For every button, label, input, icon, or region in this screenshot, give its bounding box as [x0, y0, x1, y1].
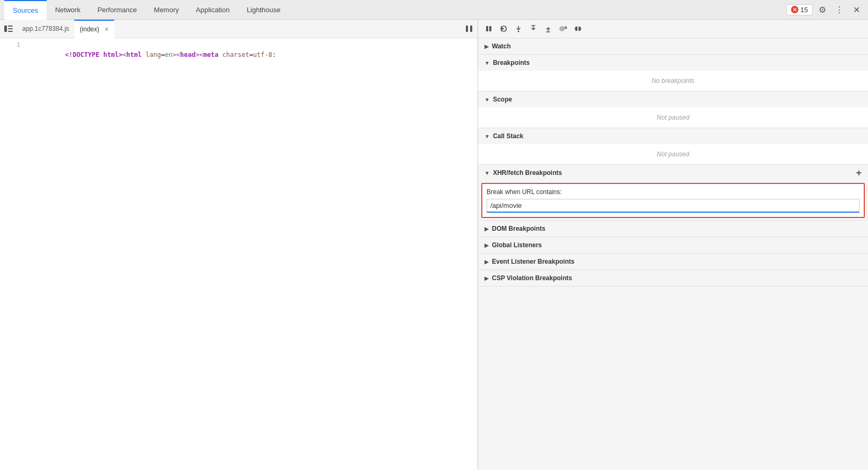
watch-triangle-icon: ▶	[484, 44, 489, 49]
svg-rect-6	[486, 26, 488, 31]
svg-rect-3	[8, 31, 13, 32]
file-tab-index[interactable]: (index) ✕	[74, 20, 114, 38]
error-count: 15	[801, 6, 808, 14]
more-button[interactable]: ⋮	[832, 2, 847, 17]
event-listener-triangle-icon: ▶	[484, 259, 489, 265]
svg-rect-1	[8, 26, 13, 27]
scope-empty: Not paused	[478, 107, 868, 128]
svg-rect-7	[489, 26, 491, 31]
main-layout: app.1c778384.js (index) ✕ 1 <!DOC	[0, 20, 868, 470]
section-watch: ▶ Watch	[478, 38, 868, 55]
section-dom: ▶ DOM Breakpoints	[478, 221, 868, 237]
breakpoints-label: Breakpoints	[493, 59, 530, 66]
resume-button[interactable]	[497, 22, 510, 35]
global-triangle-icon: ▶	[484, 242, 489, 248]
tab-application[interactable]: Application	[188, 0, 239, 20]
global-label: Global Listeners	[492, 241, 542, 249]
callstack-triangle-icon: ▼	[484, 133, 490, 139]
debugger-toolbar	[478, 20, 868, 38]
section-watch-header[interactable]: ▶ Watch	[478, 38, 868, 54]
section-csp: ▶ CSP Violation Breakpoints	[478, 270, 868, 287]
event-listener-label: Event Listener Breakpoints	[492, 258, 574, 265]
error-dot-icon: ✕	[791, 6, 798, 13]
section-breakpoints-header[interactable]: ▼ Breakpoints	[478, 55, 868, 71]
deactivate-breakpoints-button[interactable]	[557, 22, 569, 35]
xhr-url-input[interactable]	[487, 199, 860, 213]
tab-sources[interactable]: Sources	[4, 0, 47, 20]
line-content-1: <!DOCTYPE html><html lang=en><head><meta…	[27, 40, 478, 69]
svg-rect-2	[8, 28, 13, 29]
svg-rect-13	[575, 27, 577, 31]
watch-label: Watch	[492, 43, 511, 50]
xhr-triangle-icon: ▼	[484, 170, 490, 176]
code-line-1: 1 <!DOCTYPE html><html lang=en><head><me…	[0, 40, 478, 69]
xhr-input-area: Break when URL contains:	[481, 183, 865, 218]
svg-rect-5	[470, 26, 472, 32]
line-number-1: 1	[0, 40, 27, 50]
section-breakpoints: ▼ Breakpoints No breakpoints	[478, 55, 868, 91]
tab-network[interactable]: Network	[47, 0, 89, 20]
top-tabs: Sources Network Performance Memory Appli…	[4, 0, 786, 20]
section-dom-header[interactable]: ▶ DOM Breakpoints	[478, 221, 868, 237]
svg-point-10	[559, 26, 565, 31]
tab-bar-actions: ✕ 15 ⚙ ⋮ ✕	[786, 2, 864, 17]
step-into-button[interactable]	[527, 22, 540, 35]
right-sections: ▶ Watch ▼ Breakpoints No breakpoints ▼ S…	[478, 38, 868, 470]
section-event-listener-header[interactable]: ▶ Event Listener Breakpoints	[478, 254, 868, 270]
dom-label: DOM Breakpoints	[492, 225, 546, 232]
settings-button[interactable]: ⚙	[815, 2, 830, 17]
csp-triangle-icon: ▶	[484, 275, 489, 281]
callstack-empty: Not paused	[478, 144, 868, 164]
step-out-button[interactable]	[542, 22, 555, 35]
dom-triangle-icon: ▶	[484, 226, 489, 232]
step-over-button[interactable]	[512, 22, 525, 35]
file-tab-app-js[interactable]: app.1c778384.js	[17, 20, 74, 38]
section-global: ▶ Global Listeners	[478, 237, 868, 254]
scope-triangle-icon: ▼	[484, 97, 490, 103]
left-panel: app.1c778384.js (index) ✕ 1 <!DOC	[0, 20, 478, 470]
error-badge[interactable]: ✕ 15	[786, 4, 813, 15]
xhr-add-button[interactable]: +	[856, 168, 862, 178]
tab-memory[interactable]: Memory	[146, 0, 188, 20]
file-tab-bar: app.1c778384.js (index) ✕	[0, 20, 478, 38]
svg-rect-0	[4, 26, 7, 32]
break-on-exceptions-button[interactable]	[572, 22, 584, 35]
svg-rect-14	[578, 27, 581, 31]
section-event-listener: ▶ Event Listener Breakpoints	[478, 254, 868, 270]
top-tab-bar: Sources Network Performance Memory Appli…	[0, 0, 868, 20]
csp-label: CSP Violation Breakpoints	[492, 274, 572, 282]
close-button[interactable]: ✕	[849, 2, 864, 17]
svg-point-9	[518, 31, 520, 32]
file-tab-bar-right	[463, 22, 475, 35]
section-callstack: ▼ Call Stack Not paused	[478, 128, 868, 165]
section-global-header[interactable]: ▶ Global Listeners	[478, 237, 868, 253]
breakpoints-empty: No breakpoints	[478, 71, 868, 91]
section-scope-header[interactable]: ▼ Scope	[478, 91, 868, 107]
section-xhr: ▼ XHR/fetch Breakpoints + Break when URL…	[478, 165, 868, 221]
right-panel: ▶ Watch ▼ Breakpoints No breakpoints ▼ S…	[478, 20, 868, 470]
pause-button[interactable]	[482, 22, 495, 35]
scope-label: Scope	[493, 96, 512, 103]
tab-lighthouse[interactable]: Lighthouse	[238, 0, 289, 20]
xhr-label: XHR/fetch Breakpoints	[493, 169, 562, 177]
play-button[interactable]	[463, 22, 475, 35]
sidebar-toggle-button[interactable]	[2, 22, 15, 35]
close-tab-icon[interactable]: ✕	[104, 26, 109, 33]
section-scope: ▼ Scope Not paused	[478, 91, 868, 128]
section-callstack-header[interactable]: ▼ Call Stack	[478, 128, 868, 144]
section-csp-header[interactable]: ▶ CSP Violation Breakpoints	[478, 270, 868, 286]
callstack-label: Call Stack	[493, 132, 523, 140]
tab-performance[interactable]: Performance	[89, 0, 145, 20]
code-editor[interactable]: 1 <!DOCTYPE html><html lang=en><head><me…	[0, 38, 478, 470]
xhr-input-label: Break when URL contains:	[487, 188, 860, 196]
breakpoints-triangle-icon: ▼	[484, 60, 490, 66]
section-xhr-header[interactable]: ▼ XHR/fetch Breakpoints +	[478, 165, 868, 181]
svg-rect-4	[466, 26, 468, 32]
